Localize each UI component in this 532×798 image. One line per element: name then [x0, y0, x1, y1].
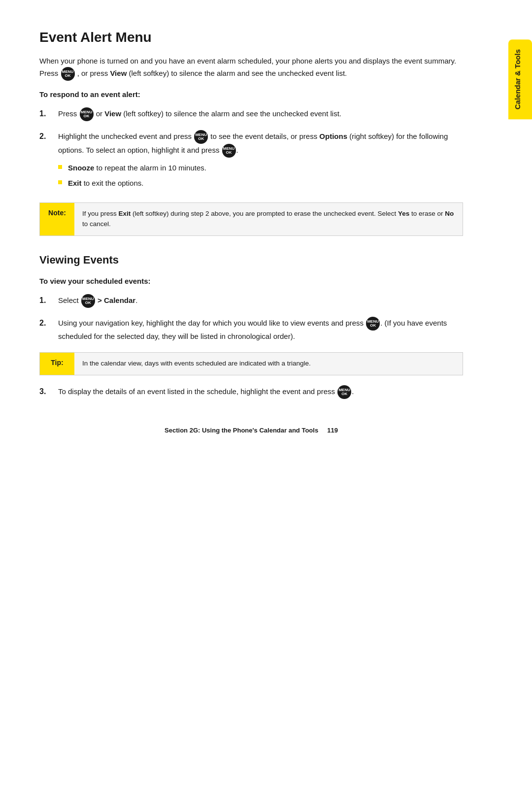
bullet-exit [58, 180, 62, 184]
view-step-3: 3. To display the details of an event li… [39, 385, 463, 399]
note-box: Note: If you press Exit (left softkey) d… [39, 202, 463, 236]
event-alert-section: Event Alert Menu When your phone is turn… [39, 30, 463, 236]
page-footer: Section 2G: Using the Phone's Calendar a… [39, 419, 463, 434]
tip-box: Tip: In the calendar view, days with eve… [39, 352, 463, 375]
viewing-steps: 1. Select MENUOK > Calendar. 2. Using yo… [39, 294, 463, 342]
step-1: 1. Press MENUOK or View (left softkey) t… [39, 107, 463, 121]
tip-label: Tip: [40, 353, 74, 375]
menu-icon-step2b: MENUOK [222, 144, 236, 158]
sub-item-snooze: Snooze to repeat the alarm in 10 minutes… [58, 163, 463, 174]
menu-icon-view3: MENUOK [337, 385, 351, 399]
tip-content: In the calendar view, days with events s… [74, 353, 319, 375]
view-step-2: 2. Using your navigation key, highlight … [39, 317, 463, 342]
sub-options-list: Snooze to repeat the alarm in 10 minutes… [58, 163, 463, 189]
event-alert-intro: When your phone is turned on and you hav… [39, 55, 463, 81]
note-content: If you press Exit (left softkey) during … [74, 203, 463, 235]
view-step-1: 1. Select MENUOK > Calendar. [39, 294, 463, 308]
menu-icon-step2a: MENUOK [194, 130, 208, 144]
step-2: 2. Highlight the unchecked event and pre… [39, 130, 463, 193]
event-alert-title: Event Alert Menu [39, 30, 463, 45]
event-alert-steps: 1. Press MENUOK or View (left softkey) t… [39, 107, 463, 193]
page-content: Event Alert Menu When your phone is turn… [0, 0, 502, 464]
viewing-events-section: Viewing Events To view your scheduled ev… [39, 254, 463, 399]
viewing-steps-continued: 3. To display the details of an event li… [39, 385, 463, 399]
menu-icon-view1: MENUOK [81, 294, 95, 308]
viewing-events-subheading: To view your scheduled events: [39, 275, 463, 287]
sub-item-exit: Exit to exit the options. [58, 178, 463, 189]
event-alert-subheading: To respond to an event alert: [39, 89, 463, 100]
menu-icon-step1a: MENUOK [80, 107, 94, 121]
side-tab: Calendar & Tools [508, 39, 532, 119]
note-label: Note: [40, 203, 74, 235]
menu-icon-view2: MENUOK [366, 317, 380, 331]
menu-icon-intro: MENUOK [61, 67, 75, 81]
viewing-events-title: Viewing Events [39, 254, 463, 266]
bullet-snooze [58, 165, 62, 169]
